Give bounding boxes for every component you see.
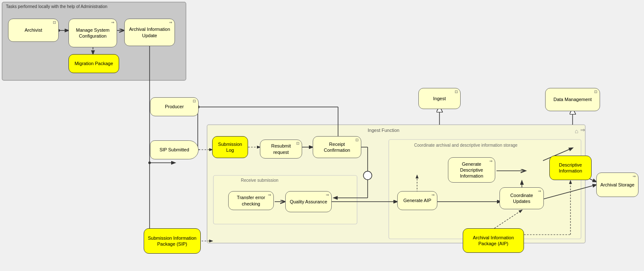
diagram-container: Tasks performed locally with the help of… [0,0,644,271]
coordinate-updates-node: Coordinate Updates ⇒ [499,187,544,209]
generate-aip-node: Generate AIP ⇒ [397,191,437,210]
manage-system-node: Manage System Configuration ⇒ [68,19,117,47]
receipt-icon: ⊡ [355,138,359,143]
receipt-confirmation-node: Receipt Confirmation ⊡ [313,136,361,158]
archival-storage-label: Archival Storage [600,182,635,188]
coordinate-updates-label: Coordinate Updates [502,192,541,205]
ingest-node: Ingest ⊡ [418,88,461,109]
svg-point-26 [363,171,372,180]
generate-aip-icon: ⇒ [431,193,435,198]
generate-descriptive-icon: ⇒ [489,159,493,164]
svg-line-37 [494,210,522,228]
descriptive-info-label: Descriptive Information [552,162,589,174]
svg-text:⌂: ⌂ [575,128,578,134]
quality-assurance-label: Quality Assurance [290,199,327,205]
svg-text:Coordinate archival and descri: Coordinate archival and descriptive info… [414,143,518,148]
sip-submitted-label: SIP Submitted [159,147,189,153]
coordinate-updates-icon: ⇒ [538,189,541,194]
quality-assurance-node: Quality Assurance ⇒ [285,191,332,212]
resubmit-request-label: Resubmit request [263,143,299,155]
migration-package-label: Migration Package [74,60,113,66]
archival-info-update-icon: ⇒ [169,20,172,25]
producer-label: Producer [165,104,184,109]
generate-aip-label: Generate AIP [403,197,431,203]
archival-info-update-node: Archival Information Update ⇒ [124,19,175,46]
submission-log-node: Submission Log [212,136,248,158]
svg-text:Tasks performed locally with t: Tasks performed locally with the help of… [6,4,107,9]
transfer-error-label: Transfer error checking [231,194,271,207]
ingest-label: Ingest [433,96,446,101]
transfer-error-node: Transfer error checking ⇒ [228,191,274,210]
migration-package-node: Migration Package [68,54,119,73]
archivist-label: Archivist [25,27,42,33]
svg-text:Receive submission: Receive submission [241,178,278,183]
manage-system-label: Manage System Configuration [71,27,114,39]
sip-submitted-node: SIP Submitted [150,140,199,159]
producer-icon: ⊡ [193,99,196,104]
archival-info-update-label: Archival Information Update [127,26,172,38]
archival-storage-node: Archival Storage ⇒ [596,172,639,197]
quality-assurance-icon: ⇒ [326,193,329,198]
svg-text:⇒: ⇒ [580,126,585,133]
resubmit-request-node: Resubmit request ⊡ [260,140,302,159]
archival-info-package-node: Archival Information Package (AIP) [463,228,524,253]
generate-descriptive-label: Generate Descriptive Information [451,161,492,179]
sip-package-label: Submission Information Package (SIP) [147,235,198,247]
sip-package-node: Submission Information Package (SIP) [144,228,201,254]
resubmit-icon: ⊡ [296,141,300,146]
producer-node: Producer ⊡ [150,97,199,116]
receipt-confirmation-label: Receipt Confirmation [316,141,358,153]
descriptive-info-node: Descriptive Information [549,156,592,180]
transfer-error-icon: ⇒ [268,193,271,198]
ingest-icon: ⊡ [455,90,458,95]
submission-log-label: Submission Log [215,141,245,153]
archivist-node: Archivist ⊡ [8,19,59,42]
manage-system-icon: ⇒ [111,20,115,25]
generate-descriptive-node: Generate Descriptive Information ⇒ [448,157,495,183]
archival-info-package-label: Archival Information Package (AIP) [466,235,521,247]
data-management-icon: ⊡ [594,90,598,95]
svg-rect-6 [389,140,581,239]
data-management-label: Data Management [554,96,592,102]
svg-text:Ingest Function: Ingest Function [368,128,399,133]
archivist-icon: ⊡ [53,20,56,25]
svg-line-35 [543,185,596,199]
data-management-node: Data Management ⊡ [545,88,600,111]
svg-point-17 [148,162,151,164]
archival-storage-icon: ⇒ [633,174,636,179]
